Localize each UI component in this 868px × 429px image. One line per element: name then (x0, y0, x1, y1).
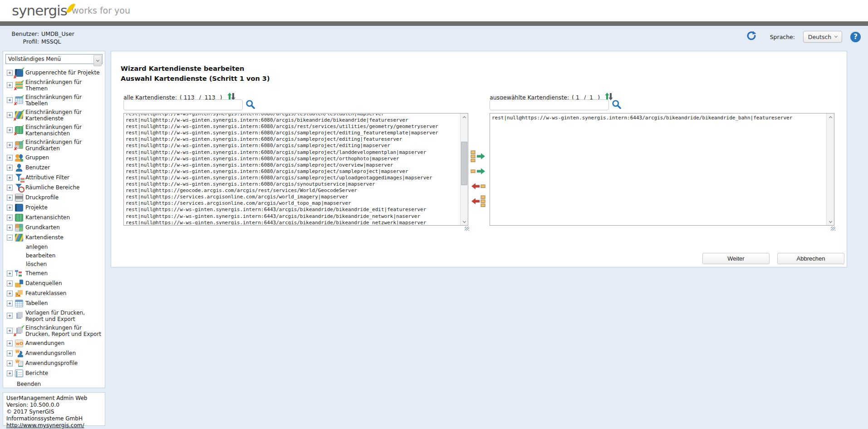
expand-icon[interactable]: + (7, 97, 13, 103)
expand-icon[interactable]: + (7, 350, 13, 356)
scroll-down-icon[interactable] (461, 218, 468, 225)
service-row[interactable]: rest|null@https://w-ws-ginten.synergis.i… (124, 207, 460, 213)
sidebar-item[interactable]: +Benutzer (3, 163, 105, 173)
collapse-icon[interactable]: − (7, 235, 13, 241)
service-row[interactable]: rest|null@https://w-ws-ginten.synergis.i… (490, 115, 826, 121)
sidebar-item[interactable]: +Anwendungsrollen (3, 348, 105, 358)
menu-select[interactable]: Vollständiges Menü (5, 54, 103, 64)
sidebar-item[interactable]: −Kartendienste (3, 232, 105, 242)
sidebar-item[interactable]: +Tabellen (3, 298, 105, 308)
expand-icon[interactable]: + (7, 225, 13, 231)
selected-services-search-input[interactable] (490, 99, 609, 110)
expand-icon[interactable]: + (7, 165, 13, 171)
sidebar-item[interactable]: +Räumliche Bereiche (3, 182, 105, 192)
scroll-down-icon[interactable] (827, 218, 834, 225)
move-all-right-icon[interactable] (471, 150, 486, 163)
footer-link[interactable]: http://www.mysynergis.com/ (6, 422, 84, 429)
service-row[interactable]: rest|null@https://geocode.arcgis.com/arc… (124, 187, 460, 194)
sidebar-item[interactable]: +Anwendungen (3, 338, 105, 348)
sidebar-item[interactable]: +Einschränkungen für Themen (3, 78, 105, 93)
expand-icon[interactable]: + (7, 127, 13, 133)
search-icon[interactable] (245, 99, 256, 112)
service-row[interactable]: rest|null@http://w-ws-ginten.synergis.in… (124, 117, 460, 123)
all-services-scrollbar[interactable] (460, 113, 468, 225)
all-services-resize-grip[interactable] (465, 227, 469, 231)
service-row[interactable]: rest|null@https://services.arcgisonline.… (124, 200, 460, 207)
sidebar-item[interactable]: +Vorlagen für Drucken, Report und Export (3, 308, 105, 323)
expand-icon[interactable]: + (7, 70, 13, 76)
expand-icon[interactable]: + (7, 175, 13, 181)
expand-icon[interactable]: + (7, 301, 13, 306)
expand-icon[interactable]: + (7, 142, 13, 148)
sidebar-item[interactable]: +Projekte (3, 202, 105, 212)
sidebar-subitem[interactable]: anlegen (3, 242, 105, 251)
selected-services-listbox[interactable]: rest|null@https://w-ws-ginten.synergis.i… (490, 113, 834, 226)
move-selected-left-icon[interactable] (471, 180, 486, 192)
selected-services-scrollbar[interactable] (826, 113, 834, 225)
search-icon[interactable] (611, 99, 622, 112)
expand-icon[interactable]: + (7, 360, 13, 366)
sidebar-item[interactable]: +Gruppen (3, 153, 105, 163)
scrollbar-thumb[interactable] (461, 142, 467, 185)
expand-icon[interactable]: + (7, 291, 13, 296)
service-row[interactable]: rest|null@http://w-ws-ginten.synergis.in… (124, 181, 460, 187)
expand-icon[interactable]: + (7, 215, 13, 221)
service-row[interactable]: rest|null@https://services.arcgisonline.… (124, 194, 460, 200)
service-row[interactable]: rest|null@https://w-ws-ginten.synergis.i… (124, 220, 460, 225)
sidebar-item[interactable]: +Anwendungsprofile (3, 358, 105, 368)
sidebar-item[interactable]: Beenden (3, 378, 105, 389)
service-row[interactable]: rest|null@http://w-ws-ginten.synergis.in… (124, 168, 460, 175)
service-row[interactable]: rest|null@http://w-ws-ginten.synergis.in… (124, 175, 460, 181)
service-row[interactable]: rest|null@http://w-ws-ginten.synergis.in… (124, 114, 460, 117)
sidebar-subitem[interactable]: bearbeiten (3, 251, 105, 260)
expand-icon[interactable]: + (7, 195, 13, 201)
service-row[interactable]: rest|null@http://w-ws-ginten.synergis.in… (124, 156, 460, 162)
language-dropdown[interactable]: Deutsch (803, 31, 842, 43)
expand-icon[interactable]: + (7, 370, 13, 376)
sidebar-item[interactable]: +Einschränkungen für Kartendienste (3, 108, 105, 123)
scroll-up-icon[interactable] (461, 113, 468, 120)
sidebar-item[interactable]: +Attributive Filter (3, 173, 105, 182)
sidebar-item[interactable]: +Einschränkungen für Drucken, Report und… (3, 323, 105, 338)
expand-icon[interactable]: + (7, 185, 13, 191)
sidebar-subitem[interactable]: löschen (3, 260, 105, 268)
all-services-search-input[interactable] (123, 99, 243, 110)
help-icon[interactable]: ? (850, 32, 861, 42)
sidebar-item[interactable]: +Druckprofile (3, 192, 105, 202)
expand-icon[interactable]: + (7, 281, 13, 286)
service-row[interactable]: rest|null@http://w-ws-ginten.synergis.in… (124, 162, 460, 168)
move-all-left-icon[interactable] (471, 195, 486, 207)
expand-icon[interactable]: + (7, 112, 13, 118)
scroll-up-icon[interactable] (827, 113, 834, 120)
service-row[interactable]: rest|null@http://w-ws-ginten.synergis.in… (124, 149, 460, 156)
sidebar-item[interactable]: +Berichte (3, 368, 105, 378)
expand-icon[interactable]: + (7, 155, 13, 161)
sidebar-item[interactable]: +Gruppenrechte für Projekte (3, 68, 105, 78)
all-services-listbox[interactable]: rest|null@http://w-ws-ginten.synergis.in… (123, 113, 468, 226)
refresh-icon[interactable] (745, 30, 757, 44)
sidebar-item[interactable]: +Themen (3, 268, 105, 278)
sidebar-item[interactable]: +Grundkarten (3, 222, 105, 232)
cancel-button[interactable]: Abbrechen (777, 253, 844, 264)
expand-icon[interactable]: + (7, 340, 13, 346)
sidebar-item[interactable]: +Kartenansichten (3, 212, 105, 222)
service-row[interactable]: rest|null@http://w-ws-ginten.synergis.in… (124, 136, 460, 143)
service-row[interactable]: rest|null@http://w-ws-ginten.synergis.in… (124, 130, 460, 136)
next-button[interactable]: Weiter (702, 253, 770, 264)
sidebar-item[interactable]: +Featureklassen (3, 288, 105, 298)
sidebar-item[interactable]: +Einschränkungen für Tabellen (3, 93, 105, 108)
expand-icon[interactable]: + (7, 205, 13, 211)
expand-icon[interactable]: + (7, 313, 13, 319)
sidebar-item[interactable]: +Datenquellen (3, 278, 105, 288)
expand-icon[interactable]: + (7, 82, 13, 88)
sidebar-item[interactable]: +Einschränkungen für Kartenansichten (3, 123, 105, 138)
selected-services-resize-grip[interactable] (831, 227, 835, 231)
expand-icon[interactable]: + (7, 271, 13, 276)
service-row[interactable]: rest|null@https://w-ws-ginten.synergis.i… (124, 213, 460, 220)
menu-select-button[interactable] (93, 55, 102, 66)
service-row[interactable]: rest|null@http://w-ws-ginten.synergis.in… (124, 123, 460, 130)
move-selected-right-icon[interactable] (471, 165, 486, 178)
sidebar-item[interactable]: +Einschränkungen für Grundkarten (3, 138, 105, 153)
expand-icon[interactable]: + (7, 328, 13, 334)
service-row[interactable]: rest|null@http://w-ws-ginten.synergis.in… (124, 143, 460, 149)
